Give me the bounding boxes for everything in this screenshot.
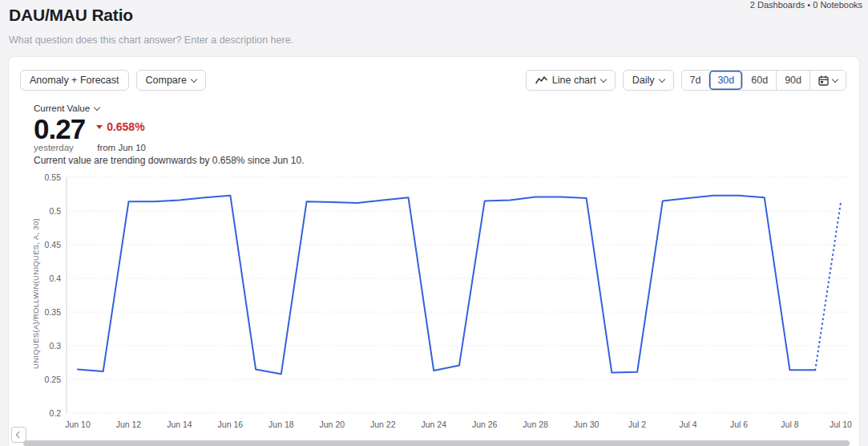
y-axis-title: UNIQUES(A)/ROLLWIN(UNIQUES, A, 30)	[31, 218, 40, 369]
x-tick-label: Jun 18	[268, 420, 294, 429]
y-tick-label: 0.3	[49, 341, 61, 351]
dashboards-notebooks-meta[interactable]: 2 Dashboards • 0 Notebooks	[750, 0, 862, 10]
line-chart-plot[interactable]: 0.550.50.450.40.350.30.250.2UNIQUES(A)/R…	[9, 169, 859, 437]
chart-type-button[interactable]: Line chart	[526, 70, 616, 91]
toolbar-left: Anomaly + Forecast Compare	[20, 70, 206, 91]
chevron-left-icon	[15, 432, 22, 438]
x-tick-label: Jul 8	[781, 420, 798, 429]
metric-selector-label: Current Value	[34, 103, 90, 113]
date-picker-button[interactable]	[809, 71, 846, 90]
description-placeholder[interactable]: What question does this chart answer? En…	[9, 34, 293, 46]
chevron-down-icon	[94, 103, 100, 110]
metric-captions: yesterday from Jun 10	[34, 143, 146, 152]
page-header: 2 Dashboards • 0 Notebooks DAU/MAU Ratio…	[0, 0, 868, 56]
x-tick-label: Jun 12	[116, 420, 142, 429]
page-title[interactable]: DAU/MAU Ratio	[9, 6, 133, 25]
metric-selector-dropdown[interactable]: Current Value	[34, 103, 99, 113]
x-tick-label: Jun 22	[370, 420, 396, 429]
x-tick-label: Jun 24	[421, 420, 446, 429]
series-line	[78, 196, 815, 375]
line-chart-svg: 0.550.50.450.40.350.30.250.2UNIQUES(A)/R…	[9, 169, 859, 437]
compare-button[interactable]: Compare	[136, 70, 206, 91]
y-tick-label: 0.4	[49, 274, 61, 283]
forecast-line	[815, 203, 841, 370]
metric-value: 0.27	[34, 113, 85, 145]
y-tick-label: 0.45	[45, 240, 62, 249]
y-tick-label: 0.2	[49, 408, 61, 418]
x-tick-label: Jun 14	[167, 420, 192, 429]
x-tick-label: Jul 4	[679, 420, 696, 429]
calendar-icon	[818, 75, 829, 86]
range-60d-button[interactable]: 60d	[742, 71, 776, 90]
x-tick-label: Jul 10	[830, 420, 852, 429]
compare-label: Compare	[146, 75, 187, 86]
x-tick-label: Jun 28	[523, 420, 548, 429]
chart-type-label: Line chart	[552, 75, 596, 86]
y-tick-label: 0.5	[49, 206, 61, 216]
triangle-down-icon	[96, 125, 103, 129]
metric-row: 0.27 0.658%	[34, 113, 145, 145]
line-chart-icon	[535, 75, 547, 85]
metric-change-value: 0.658%	[107, 120, 144, 133]
horizontal-scrollbar-thumb[interactable]	[23, 440, 850, 446]
date-range-group: 7d 30d 60d 90d	[681, 70, 846, 91]
range-7d-button[interactable]: 7d	[682, 71, 709, 90]
x-tick-label: Jun 10	[65, 420, 91, 429]
chevron-down-icon	[658, 75, 664, 82]
x-tick-label: Jun 30	[574, 420, 600, 429]
x-tick-label: Jul 6	[730, 420, 748, 429]
metric-change: 0.658%	[96, 120, 144, 133]
x-tick-label: Jun 26	[472, 420, 498, 429]
anomaly-forecast-label: Anomaly + Forecast	[30, 75, 119, 86]
y-tick-label: 0.25	[45, 375, 62, 384]
metric-value-caption: yesterday	[34, 143, 95, 152]
chevron-down-icon	[600, 75, 606, 82]
granularity-label: Daily	[632, 75, 655, 86]
toolbar-right: Line chart Daily 7d 30d 60d 90d	[526, 70, 846, 91]
granularity-button[interactable]: Daily	[623, 70, 674, 91]
chevron-down-icon	[191, 75, 197, 82]
range-30d-button[interactable]: 30d	[709, 71, 742, 90]
x-tick-label: Jun 20	[320, 420, 345, 429]
x-tick-label: Jun 16	[218, 420, 244, 429]
anomaly-forecast-button[interactable]: Anomaly + Forecast	[20, 70, 129, 91]
chart-card: Anomaly + Forecast Compare Line chart Da…	[8, 56, 860, 446]
range-90d-button[interactable]: 90d	[776, 71, 809, 90]
y-tick-label: 0.35	[45, 307, 62, 317]
trend-summary: Current value are trending downwards by …	[34, 155, 305, 166]
chevron-down-icon	[832, 75, 838, 82]
x-tick-label: Jul 2	[628, 420, 646, 429]
y-tick-label: 0.55	[45, 172, 62, 182]
metric-change-caption: from Jun 10	[97, 143, 146, 152]
